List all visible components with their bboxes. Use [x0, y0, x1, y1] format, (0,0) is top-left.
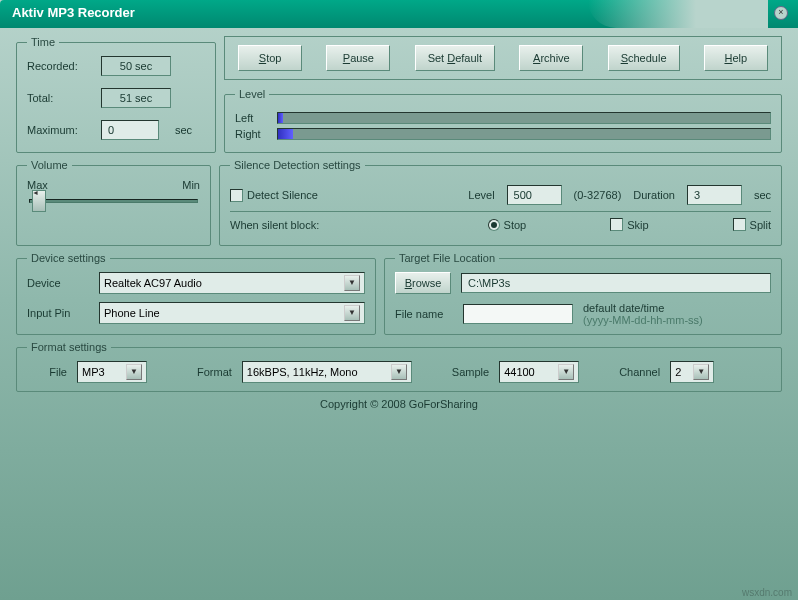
- device-select[interactable]: Realtek AC97 Audio ▼: [99, 272, 365, 294]
- silence-level-label: Level: [468, 189, 494, 201]
- silent-skip-checkbox[interactable]: [610, 218, 623, 231]
- device-group: Device settings Device Realtek AC97 Audi…: [16, 252, 376, 335]
- target-group: Target File Location Browse C:\MP3s File…: [384, 252, 782, 335]
- device-legend: Device settings: [27, 252, 110, 264]
- chevron-down-icon: ▼: [693, 364, 709, 380]
- app-window: Aktiv MP3 Recorder × Time Recorded: 50 s…: [0, 0, 798, 600]
- format-select[interactable]: 16kBPS, 11kHz, Mono ▼: [242, 361, 412, 383]
- filename-label: File name: [395, 308, 453, 320]
- device-select-value: Realtek AC97 Audio: [104, 277, 202, 289]
- volume-slider[interactable]: [29, 199, 198, 203]
- browse-button[interactable]: Browse: [395, 272, 451, 294]
- detect-silence-checkbox[interactable]: [230, 189, 243, 202]
- volume-legend: Volume: [27, 159, 72, 171]
- filename-input[interactable]: [463, 304, 573, 324]
- silence-duration-label: Duration: [633, 189, 675, 201]
- maximum-input[interactable]: [101, 120, 159, 140]
- setdefault-button[interactable]: Set Default: [415, 45, 495, 71]
- silence-duration-input[interactable]: [687, 185, 742, 205]
- file-label: File: [27, 366, 67, 378]
- total-value: 51 sec: [101, 88, 171, 108]
- titlebar-decoration: [588, 0, 768, 28]
- level-left-meter: [277, 112, 771, 124]
- level-group: Level Left Right: [224, 88, 782, 153]
- pause-button[interactable]: Pause: [326, 45, 390, 71]
- channel-select[interactable]: 2 ▼: [670, 361, 714, 383]
- archive-button[interactable]: Archive: [519, 45, 583, 71]
- chevron-down-icon: ▼: [558, 364, 574, 380]
- silent-stop-label: Stop: [504, 219, 527, 231]
- watermark: wsxdn.com: [742, 587, 792, 598]
- silence-level-input[interactable]: [507, 185, 562, 205]
- recorded-value: 50 sec: [101, 56, 171, 76]
- channel-select-value: 2: [675, 366, 681, 378]
- silent-stop-radio[interactable]: [488, 219, 500, 231]
- inputpin-select[interactable]: Phone Line ▼: [99, 302, 365, 324]
- chevron-down-icon: ▼: [344, 305, 360, 321]
- inputpin-label: Input Pin: [27, 307, 91, 319]
- inputpin-select-value: Phone Line: [104, 307, 160, 319]
- detect-silence-label: Detect Silence: [247, 189, 318, 201]
- format-select-value: 16kBPS, 11kHz, Mono: [247, 366, 358, 378]
- volume-group: Volume Max Min: [16, 159, 211, 246]
- format-label: Format: [197, 366, 232, 378]
- stop-button[interactable]: Stop: [238, 45, 302, 71]
- close-icon[interactable]: ×: [774, 6, 788, 20]
- chevron-down-icon: ▼: [344, 275, 360, 291]
- sample-label: Sample: [452, 366, 489, 378]
- time-legend: Time: [27, 36, 59, 48]
- time-group: Time Recorded: 50 sec Total: 51 sec Maxi…: [16, 36, 216, 153]
- filename-hint1: default date/time: [583, 302, 771, 314]
- format-legend: Format settings: [27, 341, 111, 353]
- maximum-sec: sec: [175, 124, 205, 136]
- silent-skip-label: Skip: [627, 219, 648, 231]
- total-label: Total:: [27, 92, 97, 104]
- chevron-down-icon: ▼: [391, 364, 407, 380]
- titlebar[interactable]: Aktiv MP3 Recorder ×: [0, 0, 798, 28]
- help-button[interactable]: Help: [704, 45, 768, 71]
- volume-slider-thumb[interactable]: [32, 190, 46, 212]
- filename-hint2: (yyyy-MM-dd-hh-mm-ss): [583, 314, 771, 326]
- file-select-value: MP3: [82, 366, 105, 378]
- device-label: Device: [27, 277, 91, 289]
- main-toolbar: Stop Pause Set Default Archive Schedule …: [224, 36, 782, 80]
- schedule-button[interactable]: Schedule: [608, 45, 680, 71]
- silence-legend: Silence Detection settings: [230, 159, 365, 171]
- when-silent-label: When silent block:: [230, 219, 319, 231]
- volume-min-label: Min: [182, 179, 200, 191]
- file-select[interactable]: MP3 ▼: [77, 361, 147, 383]
- target-legend: Target File Location: [395, 252, 499, 264]
- silence-group: Silence Detection settings Detect Silenc…: [219, 159, 782, 246]
- sample-select[interactable]: 44100 ▼: [499, 361, 579, 383]
- silence-level-range: (0-32768): [574, 189, 622, 201]
- level-right-meter: [277, 128, 771, 140]
- target-path: C:\MP3s: [461, 273, 771, 293]
- channel-label: Channel: [619, 366, 660, 378]
- maximum-label: Maximum:: [27, 124, 97, 136]
- level-legend: Level: [235, 88, 269, 100]
- level-left-label: Left: [235, 112, 269, 124]
- footer-copyright: Copyright © 2008 GoForSharing: [16, 392, 782, 416]
- silence-duration-sec: sec: [754, 189, 771, 201]
- format-group: Format settings File MP3 ▼ Format 16kBPS…: [16, 341, 782, 392]
- recorded-label: Recorded:: [27, 60, 97, 72]
- silent-split-label: Split: [750, 219, 771, 231]
- sample-select-value: 44100: [504, 366, 535, 378]
- silent-split-checkbox[interactable]: [733, 218, 746, 231]
- app-title: Aktiv MP3 Recorder: [0, 0, 147, 25]
- level-right-label: Right: [235, 128, 269, 140]
- chevron-down-icon: ▼: [126, 364, 142, 380]
